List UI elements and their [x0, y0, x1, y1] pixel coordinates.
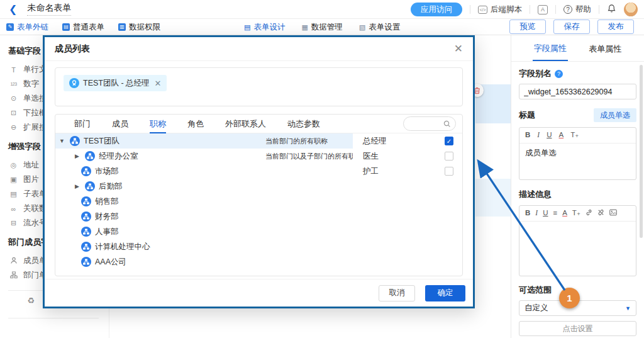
font-color-icon[interactable]: A	[558, 132, 564, 139]
help-circle-icon[interactable]: ?	[555, 70, 563, 78]
align-icon[interactable]: ≡	[553, 210, 557, 217]
description-label: 描述信息	[519, 189, 636, 200]
search-input[interactable]	[403, 116, 456, 131]
title-editor-content[interactable]: 成员单选	[519, 144, 636, 163]
selected-members-box: TEST团队 - 总经理 ✕	[55, 67, 463, 106]
tab-field-properties[interactable]: 字段属性	[533, 36, 568, 61]
hovered-widget[interactable]	[475, 179, 511, 217]
checkbox[interactable]	[445, 152, 453, 161]
tree-node-root[interactable]: ▼ TEST团队	[55, 133, 263, 149]
tab-form-design[interactable]: ▤ 表单设计	[244, 22, 285, 33]
tab-job-title[interactable]: 职称	[150, 115, 166, 133]
tab-form-properties[interactable]: 表单属性	[587, 37, 623, 60]
tab-normal-form[interactable]: ▤ 普通表单	[62, 22, 104, 33]
cancel-button[interactable]: 取消	[379, 285, 415, 301]
top-bar: ❮ 未命名表单 应用访问 </> 后端脚本 A ? 帮助	[0, 0, 644, 19]
image-icon[interactable]	[609, 209, 617, 218]
caret-right-icon[interactable]: ▶	[73, 153, 81, 159]
department-icon	[81, 242, 91, 252]
manual-icon[interactable]: A	[538, 5, 548, 14]
department-icon	[85, 151, 95, 161]
preview-button[interactable]: 预览	[509, 20, 546, 34]
tab-dynamic-params[interactable]: 动态参数	[287, 115, 320, 133]
panel-scrollbar[interactable]	[640, 65, 643, 238]
underline-icon[interactable]: U	[543, 210, 548, 217]
department-icon	[81, 227, 91, 237]
font-size-icon[interactable]: T₊	[570, 132, 579, 139]
tree-node[interactable]: 人事部	[55, 224, 263, 239]
checkbox[interactable]	[445, 167, 453, 176]
selected-tag: TEST团队 - 总经理 ✕	[64, 75, 167, 91]
italic-icon[interactable]: I	[537, 132, 540, 139]
tree-node[interactable]: 财务部	[55, 209, 263, 224]
tab-data-management[interactable]: ▦ 数据管理	[301, 22, 342, 33]
chain-icon: ∞	[8, 205, 19, 213]
scope-column: 当前部门的所有职称 当前部门以及子部门的所有职称	[263, 133, 353, 276]
italic-icon[interactable]: I	[535, 210, 538, 217]
department-icon	[70, 136, 80, 146]
back-icon[interactable]: ❮	[9, 4, 17, 14]
tree-node[interactable]: AAA公司	[55, 254, 263, 269]
save-button[interactable]: 保存	[553, 20, 590, 34]
tab-role[interactable]: 角色	[187, 115, 204, 133]
close-icon[interactable]: ✕	[454, 43, 463, 54]
image-icon: ▣	[8, 176, 19, 184]
divider	[8, 318, 99, 318]
question-icon: ?	[564, 5, 572, 14]
tab-form-external-link[interactable]: ✎ 表单外链	[6, 22, 48, 33]
bell-icon[interactable]	[607, 4, 616, 15]
confirm-button[interactable]: 确定	[425, 285, 465, 301]
tab-external-contact[interactable]: 外部联系人	[225, 115, 266, 133]
recycle-icon[interactable]: ♻	[27, 296, 35, 305]
bars-icon: ▥	[118, 23, 126, 31]
tab-data-permission[interactable]: ▥ 数据权限	[118, 22, 160, 33]
link-icon[interactable]	[586, 209, 592, 218]
title-editor: B I U A T₊ 成员单选	[519, 127, 636, 180]
department-icon	[81, 196, 91, 206]
job-title-row[interactable]: 医生	[353, 149, 462, 164]
remove-tag-icon[interactable]: ✕	[155, 79, 162, 88]
description-editor-content[interactable]	[519, 222, 636, 276]
tree-node[interactable]: ▶ 后勤部	[55, 179, 263, 194]
font-size-icon[interactable]: T₊	[572, 210, 580, 217]
tab-form-settings[interactable]: ▧ 表单设置	[359, 22, 400, 33]
tree-node[interactable]: ▶ 经理办公室	[55, 149, 263, 164]
modal-title: 成员列表	[55, 43, 90, 55]
job-title-row[interactable]: 总经理 ✓	[353, 133, 462, 149]
text-icon: T	[8, 66, 19, 74]
radio-icon: ⊙	[8, 94, 19, 103]
tab-member[interactable]: 成员	[112, 115, 128, 133]
tree-node[interactable]: 市场部	[55, 164, 263, 179]
person-icon	[8, 257, 19, 266]
backend-script-button[interactable]: </> 后端脚本	[478, 4, 522, 15]
form-icon: ▤	[62, 23, 70, 31]
search-icon	[443, 120, 451, 128]
unlink-icon[interactable]	[597, 209, 604, 218]
caret-right-icon[interactable]: ▶	[73, 183, 81, 189]
member-list-modal: 成员列表 ✕ TEST团队 - 总经理 ✕ 部门 成员 职称 角色 外部联系人 …	[43, 35, 475, 308]
tree-node[interactable]: 销售部	[55, 194, 263, 209]
field-alias-input[interactable]	[519, 84, 636, 99]
avatar[interactable]	[624, 3, 638, 16]
bold-icon[interactable]: B	[525, 132, 530, 139]
form-title[interactable]: 未命名表单	[27, 3, 71, 16]
number-icon: 123	[8, 82, 19, 86]
caret-down-icon[interactable]: ▼	[58, 138, 66, 144]
scope-option-current-and-sub[interactable]: 当前部门以及子部门的所有职称	[263, 149, 353, 164]
underline-icon[interactable]: U	[547, 132, 552, 139]
extend-icon: ⊖	[8, 123, 19, 132]
tree-node[interactable]: 计算机处理中心	[55, 239, 263, 254]
link-icon: ✎	[6, 23, 14, 31]
widget-type-button[interactable]: 成员单选	[594, 108, 636, 122]
publish-button[interactable]: 发布	[597, 20, 634, 34]
click-to-set-button[interactable]: 点击设置	[519, 321, 636, 336]
help-button[interactable]: ? 帮助	[564, 4, 591, 15]
scope-option-current[interactable]: 当前部门的所有职称	[263, 133, 353, 149]
app-access-button[interactable]: 应用访问	[411, 3, 462, 16]
bold-icon[interactable]: B	[525, 210, 530, 217]
tab-department[interactable]: 部门	[74, 115, 91, 133]
font-color-icon[interactable]: A	[562, 210, 567, 217]
checkbox-checked[interactable]: ✓	[445, 137, 453, 145]
job-title-row[interactable]: 护工	[353, 164, 462, 179]
secondary-toolbar: ✎ 表单外链 ▤ 普通表单 ▥ 数据权限 ▤ 表单设计 ▦ 数据管理 ▧ 表单设…	[0, 19, 644, 35]
